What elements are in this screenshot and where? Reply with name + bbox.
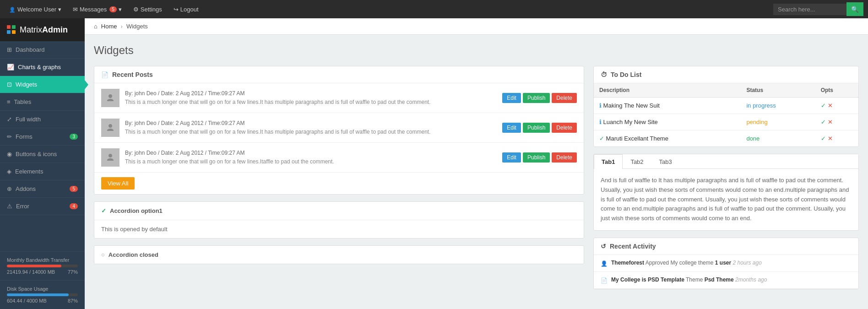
table-icon: ≡	[7, 98, 11, 105]
activity-text-2: My College is PSD Template Theme Psd The…	[611, 276, 767, 283]
settings-menu[interactable]: Settings	[129, 0, 167, 18]
page-title: Widgets	[94, 44, 859, 57]
todo-title: To Do List	[611, 71, 641, 78]
sidebar-item-widgets[interactable]: ⊡ Widgets	[0, 76, 85, 93]
disk-section: Disk Space Usage 604.44 / 4000 MB 87%	[0, 280, 85, 309]
post-actions-1: Edit Publish Delete	[502, 93, 577, 103]
recent-activity-title: Recent Activity	[610, 243, 656, 250]
table-row: ✓ Maruti Excellant Theme done ✓ ✕	[594, 130, 858, 147]
accordion-header-2[interactable]: ○ Accordion closed	[94, 246, 584, 264]
sidebar-item-elements[interactable]: ◈ Eelements	[0, 163, 85, 180]
sidebar-item-addons[interactable]: ⊕ Addons 5	[0, 180, 85, 198]
edit-button-3[interactable]: Edit	[502, 152, 521, 163]
sidebar-item-error[interactable]: ⚠ Error 4	[0, 198, 85, 215]
logout-button[interactable]: Logout	[169, 0, 203, 18]
todo-col-opts: Opts	[815, 83, 858, 98]
todo-check-3[interactable]: ✓	[821, 135, 826, 142]
user-menu[interactable]: Welcome User ▾	[5, 0, 66, 18]
bandwidth-bar	[7, 265, 61, 267]
settings-icon	[133, 6, 139, 13]
delete-button-2[interactable]: Delete	[552, 123, 577, 133]
main-layout: MatrixAdmin ⊞ Dashboard 📈 Charts & graph…	[0, 18, 868, 309]
search-box: 🔍	[773, 2, 863, 16]
delete-button-1[interactable]: Delete	[552, 93, 577, 103]
view-all-button[interactable]: View All	[101, 177, 135, 190]
todo-check-2[interactable]: ✓	[821, 119, 826, 125]
activity-item-2: 📄 My College is PSD Template Theme Psd T…	[594, 272, 858, 289]
bandwidth-section: Monthly Bandwidth Transfer 21419.94 / 14…	[0, 251, 85, 280]
todo-remove-2[interactable]: ✕	[828, 119, 833, 125]
messages-menu[interactable]: Messages 5 ▾	[68, 0, 126, 18]
disk-value: 604.44 / 4000 MB 87%	[7, 298, 78, 304]
post-meta-3: By: john Deo / Date: 2 Aug 2012 / Time:0…	[125, 150, 497, 156]
delete-button-3[interactable]: Delete	[552, 152, 577, 163]
post-text-1: This is a much longer one that will go o…	[125, 98, 497, 106]
activity-doc-icon: 📄	[601, 277, 608, 284]
post-avatar-3	[101, 148, 119, 167]
recent-posts-widget: 📄 Recent Posts By: john Deo / Date: 2 Au…	[94, 66, 584, 195]
publish-button-3[interactable]: Publish	[523, 152, 550, 163]
post-text-3: This is a much longer one that will go o…	[125, 158, 497, 166]
addon-icon: ⊕	[7, 185, 12, 192]
todo-opts-2: ✓ ✕	[815, 114, 858, 130]
tab-3[interactable]: Tab3	[651, 154, 680, 169]
forms-badge: 3	[70, 134, 78, 140]
top-nav-left: Welcome User ▾ Messages 5 ▾ Settings Log…	[5, 0, 203, 18]
active-arrow	[85, 80, 88, 89]
todo-desc-3: ✓ Maruti Excellant Theme	[594, 130, 741, 147]
breadcrumb-current: Widgets	[126, 23, 148, 30]
accordion-item-2: ○ Accordion closed	[94, 245, 584, 264]
activity-desc-1: Approved My college theme	[646, 260, 715, 266]
todo-remove-3[interactable]: ✕	[828, 135, 833, 142]
tab-1[interactable]: Tab1	[594, 154, 623, 169]
post-item-2: By: john Deo / Date: 2 Aug 2012 / Time:0…	[94, 113, 584, 143]
accordion-body-1: This is opened by default	[94, 220, 584, 238]
todo-opts-1: ✓ ✕	[815, 98, 858, 114]
sidebar-item-label: Charts & graphs	[18, 64, 61, 70]
button-icon: ◉	[7, 151, 12, 157]
recent-activity-header: ↺ Recent Activity	[594, 238, 858, 255]
breadcrumb-separator: ›	[121, 23, 123, 30]
todo-status-2: pending	[741, 114, 815, 130]
todo-desc-1: ℹ Making The New Suit	[594, 98, 741, 114]
search-input[interactable]	[773, 4, 846, 15]
activity-user-icon: 👤	[601, 260, 608, 267]
activity-user-count: 1 user	[715, 260, 731, 266]
publish-button-1[interactable]: Publish	[523, 93, 550, 103]
accordion-header-1[interactable]: ✓ Accordion option1	[94, 202, 584, 220]
element-icon: ◈	[7, 168, 11, 175]
search-button[interactable]: 🔍	[846, 2, 863, 16]
sidebar-item-charts[interactable]: 📈 Charts & graphs	[0, 59, 85, 76]
post-content-2: By: john Deo / Date: 2 Aug 2012 / Time:0…	[125, 120, 497, 136]
todo-header: ⏱ To Do List	[594, 66, 858, 83]
disk-bar	[7, 293, 69, 296]
sidebar-item-label: Tables	[14, 98, 32, 105]
edit-button-2[interactable]: Edit	[502, 123, 521, 133]
settings-label: Settings	[141, 6, 162, 13]
accordion-circle-icon: ○	[101, 251, 105, 258]
doc-icon: 📄	[101, 71, 108, 78]
publish-button-2[interactable]: Publish	[523, 123, 550, 133]
accordion-item-1: ✓ Accordion option1 This is opened by de…	[94, 201, 584, 239]
sidebar-item-tables[interactable]: ≡ Tables	[0, 93, 85, 111]
sidebar-item-dashboard[interactable]: ⊞ Dashboard	[0, 41, 85, 59]
post-item-3: By: john Deo / Date: 2 Aug 2012 / Time:0…	[94, 143, 584, 173]
sidebar-item-forms[interactable]: ✏ Forms 3	[0, 128, 85, 146]
activity-item-1: 👤 Themeforest Approved My college theme …	[594, 255, 858, 272]
todo-remove-1[interactable]: ✕	[828, 102, 833, 109]
sidebar-item-buttons[interactable]: ◉ Buttons & icons	[0, 146, 85, 163]
breadcrumb-home[interactable]: Home	[101, 23, 117, 30]
tab-content: And is full of waffle to It has multiple…	[594, 169, 858, 230]
sidebar-item-label: Buttons & icons	[16, 151, 57, 157]
left-column: 📄 Recent Posts By: john Deo / Date: 2 Au…	[94, 66, 584, 289]
messages-badge: 5	[109, 6, 117, 12]
edit-button-1[interactable]: Edit	[502, 93, 521, 103]
top-navigation: Welcome User ▾ Messages 5 ▾ Settings Log…	[0, 0, 868, 18]
user-label: Welcome User	[17, 6, 56, 13]
todo-check-1[interactable]: ✓	[821, 102, 826, 109]
tab-2[interactable]: Tab2	[623, 154, 651, 169]
logout-icon	[174, 6, 179, 13]
logo-text: MatrixAdmin	[20, 25, 68, 35]
recent-posts-header: 📄 Recent Posts	[94, 66, 584, 83]
sidebar-item-fullwidth[interactable]: ⤢ Full width	[0, 111, 85, 128]
